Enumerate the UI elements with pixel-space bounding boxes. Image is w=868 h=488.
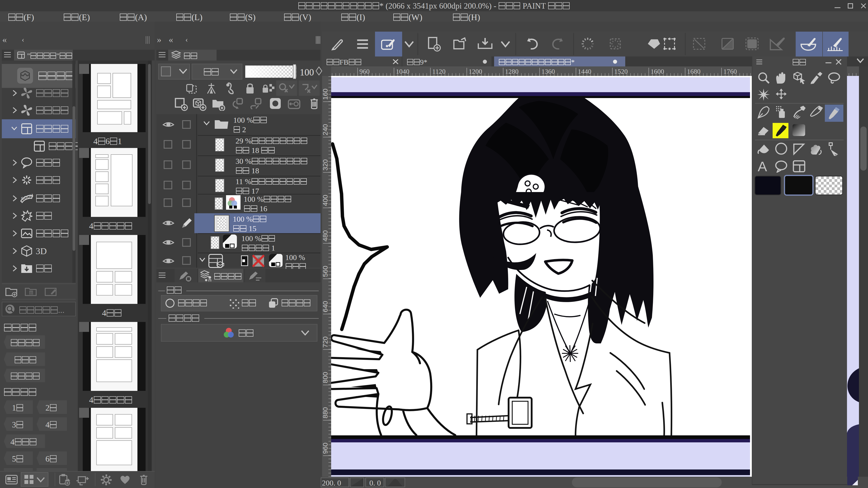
svg-text:BOOM: BOOM: [21, 193, 33, 201]
svg-text:960: 960: [360, 68, 370, 75]
svg-text:1200: 1200: [469, 68, 482, 75]
svg-text:880: 880: [322, 407, 329, 418]
svg-text:640: 640: [322, 301, 329, 312]
svg-text:1360: 1360: [541, 68, 555, 75]
svg-text:560: 560: [322, 266, 329, 277]
svg-text:160: 160: [322, 89, 329, 100]
svg-text:1520: 1520: [614, 68, 628, 75]
svg-text:960: 960: [322, 443, 329, 454]
svg-text:1440: 1440: [578, 68, 591, 75]
svg-text:480: 480: [322, 230, 329, 241]
svg-text:800: 800: [322, 372, 329, 383]
svg-text:1760: 1760: [723, 68, 737, 75]
svg-text:320: 320: [322, 159, 329, 170]
svg-text:1280: 1280: [505, 68, 519, 75]
svg-text:720: 720: [322, 336, 329, 348]
svg-text:1680: 1680: [687, 68, 701, 75]
svg-text:1120: 1120: [432, 68, 445, 75]
svg-text:A: A: [758, 160, 767, 173]
svg-text:1040: 1040: [396, 68, 409, 75]
svg-text:1600: 1600: [651, 68, 664, 75]
svg-text:400: 400: [322, 195, 329, 206]
svg-text:240: 240: [322, 124, 329, 135]
